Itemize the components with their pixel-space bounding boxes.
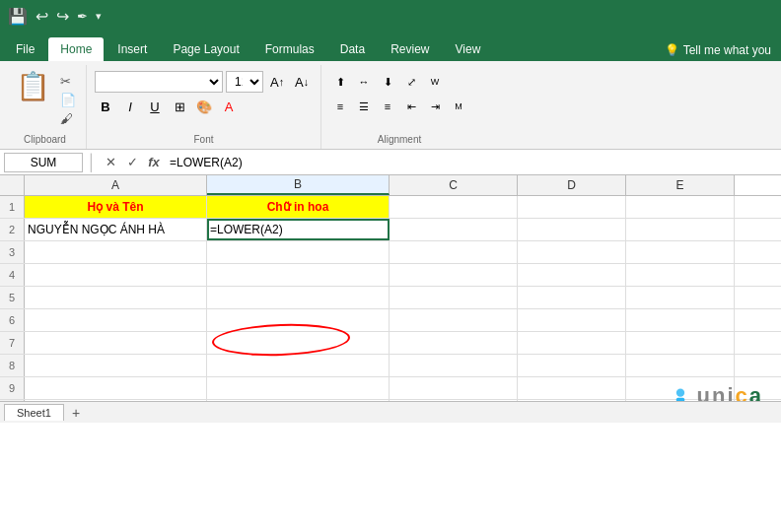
- text-angle-button[interactable]: ⤢: [400, 71, 422, 93]
- cell-a6[interactable]: [25, 309, 207, 331]
- cell-c4[interactable]: [390, 264, 518, 286]
- copy-button[interactable]: 📄: [58, 92, 78, 108]
- tab-data[interactable]: Data: [328, 37, 377, 61]
- cancel-formula-button[interactable]: ✕: [101, 153, 120, 172]
- cell-e3[interactable]: [626, 241, 735, 263]
- cell-b8[interactable]: [207, 355, 390, 376]
- paste-button[interactable]: 📋: [12, 71, 54, 102]
- col-header-b[interactable]: B: [207, 175, 390, 195]
- align-top-button[interactable]: ⬆: [329, 71, 351, 93]
- cell-d6[interactable]: [518, 309, 626, 331]
- border-button[interactable]: ⊞: [169, 96, 190, 117]
- align-left-button[interactable]: ≡: [329, 96, 351, 117]
- table-row: 6: [0, 309, 781, 332]
- save-icon[interactable]: 💾: [8, 7, 28, 26]
- confirm-formula-button[interactable]: ✓: [122, 153, 142, 172]
- underline-button[interactable]: U: [144, 96, 166, 117]
- cell-a5[interactable]: [25, 287, 207, 308]
- font-name-selector[interactable]: [95, 71, 223, 93]
- cell-d9[interactable]: [518, 377, 626, 399]
- merge-center-button[interactable]: M: [448, 96, 469, 117]
- col-header-a[interactable]: A: [25, 175, 207, 195]
- sheet-tab-1[interactable]: Sheet1: [4, 404, 64, 421]
- cell-d7[interactable]: [518, 332, 626, 354]
- cell-e8[interactable]: [626, 355, 735, 376]
- cell-c5[interactable]: [390, 287, 518, 308]
- tab-file[interactable]: File: [4, 37, 46, 61]
- cell-d4[interactable]: [518, 264, 626, 286]
- format-painter-button[interactable]: 🖌: [58, 110, 78, 127]
- cell-d8[interactable]: [518, 355, 626, 376]
- tab-insert[interactable]: Insert: [106, 37, 159, 61]
- cell-e2[interactable]: [626, 219, 735, 240]
- increase-font-button[interactable]: A↑: [266, 71, 288, 93]
- tab-home[interactable]: Home: [48, 37, 104, 61]
- cell-d5[interactable]: [518, 287, 626, 308]
- font-size-selector[interactable]: 11: [226, 71, 263, 93]
- col-header-c[interactable]: C: [390, 175, 518, 195]
- cell-a4[interactable]: [25, 264, 207, 286]
- cell-e5[interactable]: [626, 287, 735, 308]
- cell-b3[interactable]: [207, 241, 390, 263]
- cell-b5[interactable]: [207, 287, 390, 308]
- cell-c6[interactable]: [390, 309, 518, 331]
- formula-input[interactable]: [166, 153, 777, 172]
- cell-c2[interactable]: [390, 219, 518, 240]
- cell-a9[interactable]: [25, 377, 207, 399]
- table-row: 2 NGUYỄN NGỌC ÁNH HÀ =LOWER(A2): [0, 219, 781, 241]
- cell-c3[interactable]: [390, 241, 518, 263]
- bold-button[interactable]: B: [95, 96, 116, 117]
- row-num-2: 2: [0, 219, 25, 240]
- cell-c9[interactable]: [390, 377, 518, 399]
- fill-color-button[interactable]: 🎨: [193, 96, 215, 117]
- cell-b2[interactable]: =LOWER(A2): [207, 219, 390, 240]
- undo-icon[interactable]: ↩: [36, 7, 48, 26]
- cell-a2[interactable]: NGUYỄN NGỌC ÁNH HÀ: [25, 219, 207, 240]
- align-middle-button[interactable]: ↔: [353, 71, 375, 93]
- cell-b6[interactable]: [207, 309, 390, 331]
- cell-b7[interactable]: [207, 332, 390, 354]
- cell-d1[interactable]: [518, 196, 626, 218]
- cell-d2[interactable]: [518, 219, 626, 240]
- wrap-text-button[interactable]: W: [424, 71, 446, 93]
- alignment-label: Alignment: [378, 134, 421, 145]
- align-bottom-button[interactable]: ⬇: [377, 71, 398, 93]
- cell-c7[interactable]: [390, 332, 518, 354]
- col-header-e[interactable]: E: [626, 175, 735, 195]
- name-box[interactable]: [4, 153, 83, 172]
- align-right-button[interactable]: ≡: [377, 96, 398, 117]
- redo-icon[interactable]: ↪: [56, 7, 69, 26]
- function-wizard-button[interactable]: fx: [144, 153, 164, 172]
- tab-formulas[interactable]: Formulas: [253, 37, 326, 61]
- cut-button[interactable]: ✂: [58, 73, 78, 90]
- cell-c1[interactable]: [390, 196, 518, 218]
- cell-e1[interactable]: [626, 196, 735, 218]
- italic-button[interactable]: I: [119, 96, 141, 117]
- align-center-button[interactable]: ☰: [353, 96, 375, 117]
- cell-d3[interactable]: [518, 241, 626, 263]
- tab-page-layout[interactable]: Page Layout: [161, 37, 250, 61]
- cell-a8[interactable]: [25, 355, 207, 376]
- format-painter-icon[interactable]: ✒: [77, 9, 88, 24]
- column-headers: A B C D E: [0, 175, 781, 196]
- col-header-d[interactable]: D: [518, 175, 626, 195]
- add-sheet-button[interactable]: +: [66, 403, 86, 423]
- font-color-button[interactable]: A: [218, 96, 240, 117]
- decrease-font-button[interactable]: A↓: [291, 71, 313, 93]
- tab-view[interactable]: View: [444, 37, 493, 61]
- cell-b4[interactable]: [207, 264, 390, 286]
- cell-a7[interactable]: [25, 332, 207, 354]
- cell-b1[interactable]: Chữ in hoa: [207, 196, 390, 218]
- decrease-indent-button[interactable]: ⇤: [400, 96, 422, 117]
- cell-b9[interactable]: [207, 377, 390, 399]
- tell-me-bar[interactable]: 💡 Tell me what you: [655, 39, 781, 61]
- quick-access-dropdown[interactable]: ▾: [96, 10, 102, 23]
- cell-e7[interactable]: [626, 332, 735, 354]
- cell-a3[interactable]: [25, 241, 207, 263]
- increase-indent-button[interactable]: ⇥: [424, 96, 446, 117]
- cell-a1[interactable]: Họ và Tên: [25, 196, 207, 218]
- cell-e4[interactable]: [626, 264, 735, 286]
- tab-review[interactable]: Review: [379, 37, 441, 61]
- cell-c8[interactable]: [390, 355, 518, 376]
- cell-e6[interactable]: [626, 309, 735, 331]
